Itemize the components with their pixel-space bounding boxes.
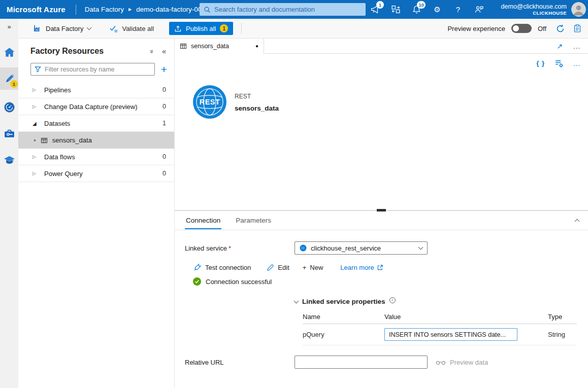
help-icon[interactable]: ?	[452, 4, 464, 15]
dataset-item-sensors-data[interactable]: ● sensors_data	[18, 132, 174, 149]
new-button[interactable]: + New	[303, 264, 323, 272]
caret-expanded-icon[interactable]: ◢	[32, 121, 40, 126]
filter-row: +	[18, 62, 174, 76]
announcements-megaphone-icon[interactable]: 1	[369, 4, 380, 15]
linked-service-dropdown[interactable]: clickhouse_rest_service	[295, 241, 428, 255]
test-connection-plug-icon	[193, 263, 202, 272]
property-type: String	[548, 331, 577, 338]
rest-connector-icon: REST	[193, 85, 226, 119]
edit-button[interactable]: Edit	[266, 264, 289, 272]
canvas-more-icon[interactable]: …	[573, 59, 581, 67]
topbar-icons: 1 10 ⚙ ?	[369, 0, 484, 19]
toolbox-icon	[3, 127, 16, 140]
expand-diagonal-icon[interactable]: ↗	[557, 42, 563, 50]
tree-item-count: 0	[162, 170, 166, 177]
relative-url-input[interactable]	[295, 356, 428, 369]
account-info[interactable]: demo@clickhouse.com CLICKHOUSE	[501, 0, 567, 19]
preview-data-label: Preview data	[450, 359, 488, 366]
publish-all-button[interactable]: Publish all 1	[169, 22, 233, 35]
rest-badge-text: REST	[193, 85, 226, 119]
tab-parameters[interactable]: Parameters	[235, 211, 272, 229]
add-resource-button[interactable]: +	[161, 64, 167, 75]
breadcrumb-arrow-icon: ▶	[128, 7, 132, 12]
feedback-icon[interactable]	[473, 4, 484, 15]
toolbar-divider	[241, 23, 242, 34]
tab-connection[interactable]: Connection	[185, 211, 221, 229]
tree-item-cdc[interactable]: ▷ Change Data Capture (preview) 0	[18, 98, 174, 115]
tree-item-datasets[interactable]: ◢ Datasets 1	[18, 115, 174, 132]
preview-experience-label: Preview experience	[447, 25, 505, 32]
caret-right-icon[interactable]: ▷	[32, 171, 40, 176]
caret-right-icon[interactable]: ▷	[32, 87, 40, 92]
validate-check-icon	[109, 24, 118, 33]
tree-item-pipelines[interactable]: ▷ Pipelines 0	[18, 82, 174, 98]
property-value-input[interactable]	[384, 328, 517, 341]
preview-data-button[interactable]: Preview data	[436, 359, 488, 366]
linked-service-label: Linked service*	[185, 244, 295, 252]
tree-item-powerquery[interactable]: ▷ Power Query 0	[18, 165, 174, 182]
code-view-braces-icon[interactable]: { }	[536, 59, 545, 67]
notifications-bell-icon[interactable]: 10	[411, 4, 422, 15]
dataset-canvas: sensors_data ● ↗ … { } … REST REST senso…	[175, 39, 588, 210]
tree-item-count: 0	[162, 153, 166, 160]
caret-right-icon[interactable]: ▷	[32, 104, 40, 109]
relative-url-row: Relative URL Preview data	[185, 356, 588, 369]
rail-monitor-button[interactable]	[0, 98, 18, 116]
linked-service-properties-header[interactable]: Linked service properties i	[295, 298, 588, 305]
properties-list-icon[interactable]	[554, 58, 564, 68]
refresh-icon[interactable]	[554, 23, 566, 34]
factory-resources-title: Factory Resources	[30, 47, 150, 56]
breadcrumb-root[interactable]: Data Factory	[85, 6, 124, 13]
external-link-icon	[377, 264, 383, 271]
directory-switcher-icon[interactable]	[390, 4, 401, 15]
tree-item-count: 1	[162, 120, 166, 127]
tree-item-count: 0	[162, 86, 166, 93]
home-icon	[3, 46, 16, 59]
azure-brand[interactable]: Microsoft Azure	[0, 5, 76, 14]
edit-pencil-icon	[266, 264, 274, 272]
search-input[interactable]	[214, 6, 362, 13]
rail-manage-button[interactable]	[0, 124, 18, 143]
property-name: pQuery	[303, 331, 384, 338]
rest-dataset-card: REST REST sensors_data	[193, 85, 588, 119]
filter-funnel-icon	[35, 66, 41, 73]
publish-all-label: Publish all	[186, 25, 216, 32]
filter-box[interactable]	[30, 63, 155, 76]
test-connection-button[interactable]: Test connection	[193, 263, 251, 272]
settings-gear-icon[interactable]: ⚙	[432, 4, 443, 15]
account-email: demo@clickhouse.com	[501, 3, 567, 10]
breadcrumb-current[interactable]: demo-data-factory-00	[136, 6, 202, 13]
panel-resize-handle[interactable]	[377, 209, 386, 211]
clipboard-notes-icon[interactable]	[572, 23, 583, 34]
collapse-all-icon[interactable]: »	[148, 49, 156, 53]
chevron-down-icon	[294, 298, 299, 303]
tab-more-icon[interactable]: …	[573, 42, 581, 50]
info-icon[interactable]: i	[389, 297, 396, 303]
learn-more-link[interactable]: Learn more	[340, 264, 383, 271]
tab-sensors-data[interactable]: sensors_data ●	[175, 39, 264, 54]
tree-item-dataflows[interactable]: ▷ Data flows 0	[18, 149, 174, 165]
avatar[interactable]	[571, 2, 586, 17]
filter-input[interactable]	[45, 66, 151, 73]
rail-author-button[interactable]: 1	[0, 67, 18, 90]
notifications-badge: 10	[417, 1, 426, 9]
factory-toolbar: Data Factory Validate all Publish all 1 …	[18, 19, 588, 39]
global-search[interactable]	[200, 3, 366, 16]
validate-all-button[interactable]: Validate all	[109, 24, 154, 33]
tree-item-label: Datasets	[44, 120, 162, 127]
rail-learning-button[interactable]	[0, 151, 18, 169]
item-status-dot: ●	[34, 138, 36, 143]
preview-experience-toggle[interactable]	[511, 24, 532, 33]
caret-right-icon[interactable]: ▷	[32, 154, 40, 159]
connection-status-text: Connection successful	[206, 278, 272, 286]
tabstrip-actions: ↗ …	[264, 39, 588, 54]
adf-studio: Microsoft Azure Data Factory ▶ demo-data…	[0, 0, 588, 388]
tree-item-label: Data flows	[44, 153, 162, 161]
rail-home-button[interactable]	[0, 43, 18, 61]
dataset-table-icon	[180, 43, 187, 50]
rail-expand-icon[interactable]: »	[7, 23, 11, 35]
collapse-sidebar-icon[interactable]: «	[162, 47, 166, 55]
factory-selector[interactable]: Data Factory	[32, 24, 91, 33]
panel-collapse-chevron-icon[interactable]	[575, 219, 580, 224]
azure-top-bar: Microsoft Azure Data Factory ▶ demo-data…	[0, 0, 588, 19]
